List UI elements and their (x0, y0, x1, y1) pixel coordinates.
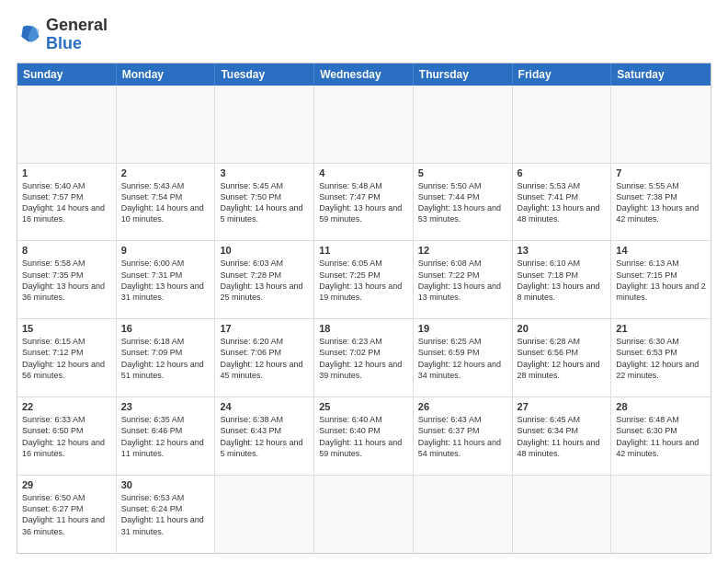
weekday-header-tuesday: Tuesday (215, 63, 314, 86)
day-number: 5 (418, 167, 507, 178)
cell-details: Sunrise: 5:53 AM Sunset: 7:41 PM Dayligh… (518, 180, 607, 225)
logo-general: General (46, 16, 108, 34)
day-number: 21 (616, 323, 706, 334)
calendar-cell-day-14: 14Sunrise: 6:13 AM Sunset: 7:15 PM Dayli… (611, 241, 711, 318)
cell-details: Sunrise: 5:40 AM Sunset: 7:57 PM Dayligh… (22, 180, 111, 225)
cell-details: Sunrise: 6:40 AM Sunset: 6:40 PM Dayligh… (319, 414, 408, 459)
calendar-cell-day-25: 25Sunrise: 6:40 AM Sunset: 6:40 PM Dayli… (314, 397, 414, 475)
calendar-row-0 (17, 86, 711, 163)
logo: General Blue (17, 17, 108, 53)
calendar-cell-day-12: 12Sunrise: 6:08 AM Sunset: 7:22 PM Dayli… (414, 241, 513, 318)
cell-details: Sunrise: 6:30 AM Sunset: 6:53 PM Dayligh… (616, 336, 706, 381)
calendar-row-5: 29Sunrise: 6:50 AM Sunset: 6:27 PM Dayli… (17, 475, 711, 553)
day-number: 18 (319, 323, 408, 334)
calendar-cell-day-21: 21Sunrise: 6:30 AM Sunset: 6:53 PM Dayli… (611, 319, 711, 396)
cell-details: Sunrise: 5:55 AM Sunset: 7:38 PM Dayligh… (616, 180, 706, 225)
weekday-header-sunday: Sunday (17, 63, 117, 86)
cell-details: Sunrise: 6:20 AM Sunset: 7:06 PM Dayligh… (220, 336, 309, 381)
day-number: 20 (518, 323, 607, 334)
calendar-cell-empty (117, 86, 216, 163)
day-number: 10 (220, 245, 309, 256)
calendar-cell-empty (215, 476, 314, 553)
cell-details: Sunrise: 5:45 AM Sunset: 7:50 PM Dayligh… (220, 180, 309, 225)
logo-blue: Blue (46, 34, 82, 52)
calendar-cell-day-2: 2Sunrise: 5:43 AM Sunset: 7:54 PM Daylig… (117, 164, 216, 241)
day-number: 7 (616, 167, 706, 178)
calendar-cell-day-19: 19Sunrise: 6:25 AM Sunset: 6:59 PM Dayli… (414, 319, 513, 396)
weekday-header-monday: Monday (117, 63, 216, 86)
calendar-cell-day-30: 30Sunrise: 6:53 AM Sunset: 6:24 PM Dayli… (117, 476, 216, 553)
cell-details: Sunrise: 6:25 AM Sunset: 6:59 PM Dayligh… (418, 336, 507, 381)
calendar-cell-day-11: 11Sunrise: 6:05 AM Sunset: 7:25 PM Dayli… (314, 241, 414, 318)
day-number: 14 (616, 245, 706, 256)
calendar-cell-day-10: 10Sunrise: 6:03 AM Sunset: 7:28 PM Dayli… (215, 241, 314, 318)
weekday-header-saturday: Saturday (611, 63, 711, 86)
cell-details: Sunrise: 6:15 AM Sunset: 7:12 PM Dayligh… (22, 336, 111, 381)
day-number: 19 (418, 323, 507, 334)
day-number: 3 (220, 167, 309, 178)
calendar-cell-day-22: 22Sunrise: 6:33 AM Sunset: 6:50 PM Dayli… (17, 397, 117, 475)
day-number: 25 (319, 401, 408, 412)
calendar-cell-day-18: 18Sunrise: 6:23 AM Sunset: 7:02 PM Dayli… (314, 319, 414, 396)
calendar-cell-empty (513, 476, 612, 553)
weekday-header-wednesday: Wednesday (314, 63, 414, 86)
cell-details: Sunrise: 6:45 AM Sunset: 6:34 PM Dayligh… (518, 414, 607, 459)
cell-details: Sunrise: 5:43 AM Sunset: 7:54 PM Dayligh… (121, 180, 210, 225)
calendar-cell-empty (414, 86, 513, 163)
calendar-cell-day-27: 27Sunrise: 6:45 AM Sunset: 6:34 PM Dayli… (513, 397, 612, 475)
day-number: 23 (121, 401, 210, 412)
cell-details: Sunrise: 6:43 AM Sunset: 6:37 PM Dayligh… (418, 414, 507, 459)
calendar-cell-day-28: 28Sunrise: 6:48 AM Sunset: 6:30 PM Dayli… (611, 397, 711, 475)
calendar-cell-empty (314, 476, 414, 553)
calendar-header: SundayMondayTuesdayWednesdayThursdayFrid… (17, 63, 711, 86)
day-number: 24 (220, 401, 309, 412)
cell-details: Sunrise: 6:00 AM Sunset: 7:31 PM Dayligh… (121, 258, 210, 303)
day-number: 16 (121, 323, 210, 334)
calendar-cell-empty (513, 86, 612, 163)
day-number: 17 (220, 323, 309, 334)
cell-details: Sunrise: 5:48 AM Sunset: 7:47 PM Dayligh… (319, 180, 408, 225)
day-number: 8 (22, 245, 111, 256)
cell-details: Sunrise: 6:28 AM Sunset: 6:56 PM Dayligh… (518, 336, 607, 381)
calendar-cell-day-1: 1Sunrise: 5:40 AM Sunset: 7:57 PM Daylig… (17, 164, 117, 241)
calendar-cell-day-26: 26Sunrise: 6:43 AM Sunset: 6:37 PM Dayli… (414, 397, 513, 475)
calendar-body: 1Sunrise: 5:40 AM Sunset: 7:57 PM Daylig… (17, 86, 711, 553)
day-number: 15 (22, 323, 111, 334)
calendar-cell-day-24: 24Sunrise: 6:38 AM Sunset: 6:43 PM Dayli… (215, 397, 314, 475)
calendar-cell-day-7: 7Sunrise: 5:55 AM Sunset: 7:38 PM Daylig… (611, 164, 711, 241)
day-number: 6 (518, 167, 607, 178)
logo-icon (17, 22, 42, 48)
day-number: 2 (121, 167, 210, 178)
calendar-cell-empty (314, 86, 414, 163)
cell-details: Sunrise: 6:23 AM Sunset: 7:02 PM Dayligh… (319, 336, 408, 381)
calendar-cell-day-23: 23Sunrise: 6:35 AM Sunset: 6:46 PM Dayli… (117, 397, 216, 475)
cell-details: Sunrise: 6:48 AM Sunset: 6:30 PM Dayligh… (616, 414, 706, 459)
calendar-cell-day-3: 3Sunrise: 5:45 AM Sunset: 7:50 PM Daylig… (215, 164, 314, 241)
calendar-cell-day-15: 15Sunrise: 6:15 AM Sunset: 7:12 PM Dayli… (17, 319, 117, 396)
weekday-header-thursday: Thursday (414, 63, 513, 86)
cell-details: Sunrise: 6:03 AM Sunset: 7:28 PM Dayligh… (220, 258, 309, 303)
cell-details: Sunrise: 6:35 AM Sunset: 6:46 PM Dayligh… (121, 414, 210, 459)
calendar-cell-empty (215, 86, 314, 163)
day-number: 27 (518, 401, 607, 412)
calendar-cell-empty (611, 86, 711, 163)
day-number: 9 (121, 245, 210, 256)
calendar-cell-day-8: 8Sunrise: 5:58 AM Sunset: 7:35 PM Daylig… (17, 241, 117, 318)
cell-details: Sunrise: 6:53 AM Sunset: 6:24 PM Dayligh… (121, 492, 210, 537)
calendar-cell-day-16: 16Sunrise: 6:18 AM Sunset: 7:09 PM Dayli… (117, 319, 216, 396)
calendar-cell-empty (17, 86, 117, 163)
calendar-cell-empty (611, 476, 711, 553)
day-number: 30 (121, 479, 210, 490)
cell-details: Sunrise: 6:18 AM Sunset: 7:09 PM Dayligh… (121, 336, 210, 381)
calendar: SundayMondayTuesdayWednesdayThursdayFrid… (17, 63, 711, 554)
cell-details: Sunrise: 6:13 AM Sunset: 7:15 PM Dayligh… (616, 258, 706, 303)
day-number: 1 (22, 167, 111, 178)
page-header: General Blue (17, 17, 711, 53)
calendar-row-3: 15Sunrise: 6:15 AM Sunset: 7:12 PM Dayli… (17, 318, 711, 396)
calendar-cell-day-5: 5Sunrise: 5:50 AM Sunset: 7:44 PM Daylig… (414, 164, 513, 241)
cell-details: Sunrise: 6:05 AM Sunset: 7:25 PM Dayligh… (319, 258, 408, 303)
day-number: 4 (319, 167, 408, 178)
calendar-cell-day-6: 6Sunrise: 5:53 AM Sunset: 7:41 PM Daylig… (513, 164, 612, 241)
calendar-cell-day-13: 13Sunrise: 6:10 AM Sunset: 7:18 PM Dayli… (513, 241, 612, 318)
cell-details: Sunrise: 6:33 AM Sunset: 6:50 PM Dayligh… (22, 414, 111, 459)
